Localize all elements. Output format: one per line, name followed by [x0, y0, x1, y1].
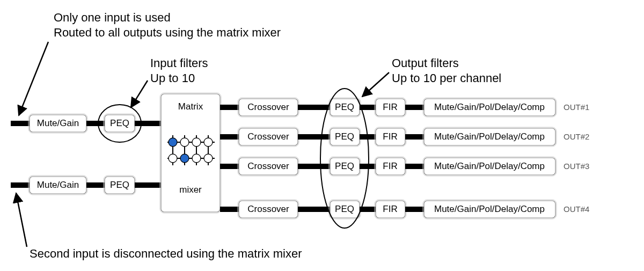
label-output-chain-2: Mute/Gain/Pol/Delay/Comp [434, 131, 545, 142]
arrow-output-filters [362, 72, 389, 97]
label-matrix-top: Matrix [178, 101, 203, 112]
label-crossover-3: Crossover [247, 161, 289, 171]
svg-point-14 [204, 138, 213, 147]
signal-flow-diagram: Only one input is used Routed to all out… [0, 0, 644, 271]
svg-point-18 [204, 154, 213, 163]
svg-point-16 [180, 154, 189, 163]
label-fir-4: FIR [383, 204, 397, 214]
annot-top-line1: Only one input is used [54, 11, 171, 24]
label-fir-3: FIR [383, 161, 397, 171]
output-row-4: Crossover PEQ FIR Mute/Gain/Pol/Delay/Co… [220, 200, 589, 219]
label-peq-out-2: PEQ [335, 131, 354, 142]
label-crossover-4: Crossover [247, 204, 289, 214]
label-output-chain-3: Mute/Gain/Pol/Delay/Comp [434, 161, 545, 171]
annot-outputfilters-line2: Up to 10 per channel [392, 71, 501, 85]
label-mute-gain-in1: Mute/Gain [37, 118, 79, 128]
label-output-chain-4: Mute/Gain/Pol/Delay/Comp [434, 204, 545, 214]
output-row-1: Crossover PEQ FIR Mute/Gain/Pol/Delay/Co… [220, 98, 589, 117]
label-out-1: OUT#1 [564, 102, 589, 112]
label-peq-in2: PEQ [110, 180, 129, 190]
label-peq-in1: PEQ [110, 118, 129, 128]
annot-top-line2: Routed to all outputs using the matrix m… [54, 26, 281, 39]
svg-point-17 [192, 154, 201, 163]
label-fir-2: FIR [383, 131, 397, 142]
svg-point-12 [180, 138, 189, 147]
label-out-3: OUT#3 [564, 162, 589, 171]
label-crossover-1: Crossover [247, 102, 289, 112]
label-peq-out-4: PEQ [335, 204, 354, 214]
annot-outputfilters-line1: Output filters [392, 56, 459, 70]
output-row-3: Crossover PEQ FIR Mute/Gain/Pol/Delay/Co… [220, 157, 589, 176]
svg-point-13 [192, 138, 201, 147]
label-output-chain-1: Mute/Gain/Pol/Delay/Comp [434, 102, 545, 112]
svg-point-15 [169, 154, 177, 163]
arrow-bottom-annot [16, 193, 27, 247]
arrow-top-annot [19, 42, 48, 115]
label-matrix-bottom: mixer [179, 185, 202, 195]
annot-inputfilters-line2: Up to 10 [150, 71, 195, 85]
label-fir-1: FIR [383, 102, 397, 112]
arrow-input-filters [131, 80, 148, 107]
label-out-2: OUT#2 [564, 132, 589, 141]
label-peq-out-1: PEQ [335, 102, 354, 112]
label-out-4: OUT#4 [564, 204, 589, 214]
label-mute-gain-in2: Mute/Gain [37, 180, 79, 190]
annot-bottom-line1: Second input is disconnected using the m… [30, 247, 302, 260]
svg-point-11 [169, 138, 177, 147]
annot-inputfilters-line1: Input filters [150, 56, 208, 70]
label-crossover-2: Crossover [247, 131, 289, 142]
output-row-2: Crossover PEQ FIR Mute/Gain/Pol/Delay/Co… [220, 127, 589, 147]
label-peq-out-3: PEQ [335, 161, 354, 171]
